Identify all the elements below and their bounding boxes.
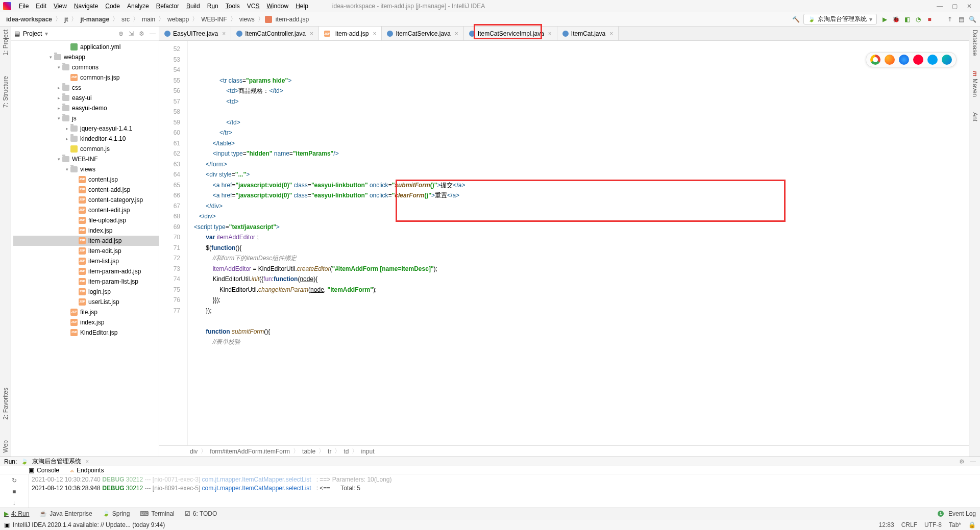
code-line[interactable]: </td> bbox=[188, 117, 969, 128]
tree-item[interactable]: KindEditor.jsp bbox=[13, 327, 159, 338]
tree-item[interactable]: item-edit.jsp bbox=[13, 246, 159, 256]
event-log-tab[interactable]: 1Event Log bbox=[938, 510, 976, 517]
tree-item[interactable]: content-edit.jsp bbox=[13, 205, 159, 215]
crumb[interactable]: webapp bbox=[165, 16, 191, 23]
encoding[interactable]: UTF-8 bbox=[924, 521, 942, 528]
firefox-icon[interactable] bbox=[885, 55, 895, 65]
tool-favorites[interactable]: 2: Favorites bbox=[2, 388, 9, 420]
run-tool-tab[interactable]: ▶4: Run bbox=[4, 510, 29, 517]
close-icon[interactable]: × bbox=[455, 30, 458, 37]
opera-icon[interactable] bbox=[913, 55, 923, 65]
crumb[interactable]: src bbox=[119, 16, 132, 23]
tree-item[interactable]: common-js.jsp bbox=[13, 72, 159, 83]
tree-item[interactable]: file-upload.jsp bbox=[13, 215, 159, 225]
menu-build[interactable]: Build bbox=[183, 3, 204, 10]
tree-item[interactable]: content-add.jsp bbox=[13, 185, 159, 195]
menu-run[interactable]: Run bbox=[204, 3, 222, 10]
tree-item[interactable]: item-param-add.jsp bbox=[13, 266, 159, 276]
close-icon[interactable]: × bbox=[222, 30, 226, 37]
code-line[interactable]: <td>商品规格：</td> bbox=[188, 86, 969, 96]
code-line[interactable]: itemAddEditor = KindEditorUtil.createEdi… bbox=[188, 264, 969, 274]
gear-icon[interactable]: ⚙ bbox=[139, 30, 144, 37]
run-config-dropdown[interactable]: 🍃 京淘后台管理系统 ▾ bbox=[803, 14, 877, 24]
hide-icon[interactable]: ― bbox=[970, 458, 976, 465]
tool-database[interactable]: Database bbox=[971, 30, 978, 56]
console-output[interactable]: 2021-00-12 10:30:20.740 DEBUG 30212 --- … bbox=[29, 474, 980, 508]
code-line[interactable]: </tr> bbox=[188, 128, 969, 138]
project-header-label[interactable]: Project bbox=[23, 30, 42, 37]
code-line[interactable]: <a href="javascript:void(0)" class="easy… bbox=[188, 190, 969, 201]
menu-edit[interactable]: Edit bbox=[32, 3, 50, 10]
tree-item[interactable]: ▾commons bbox=[13, 62, 159, 72]
menu-code[interactable]: Code bbox=[102, 3, 124, 10]
lock-icon[interactable]: 🔒 bbox=[968, 521, 976, 528]
tree-item[interactable]: file.jsp bbox=[13, 307, 159, 317]
windows-icon[interactable]: ▣ bbox=[4, 521, 10, 528]
chrome-icon[interactable] bbox=[870, 55, 880, 65]
menu-help[interactable]: Help bbox=[292, 3, 312, 10]
editor-breadcrumb[interactable]: div〉form#itemAddForm.itemForm〉table〉tr〉t… bbox=[159, 445, 969, 457]
tree-item[interactable]: content-category.jsp bbox=[13, 195, 159, 205]
code-line[interactable]: <input type="hidden" name="itemParams"/> bbox=[188, 148, 969, 159]
project-structure-icon[interactable]: ▤ bbox=[958, 16, 965, 23]
tree-item[interactable]: item-add.jsp bbox=[13, 236, 159, 246]
code-line[interactable]: </table> bbox=[188, 138, 969, 149]
tree-item[interactable]: userList.jsp bbox=[13, 297, 159, 307]
safari-icon[interactable] bbox=[899, 55, 909, 65]
menu-refactor[interactable]: Refactor bbox=[153, 3, 183, 10]
down-icon[interactable]: ↓ bbox=[10, 498, 19, 508]
code-line[interactable]: <script type="text/javascript"> bbox=[188, 222, 969, 233]
code-line[interactable]: //和form下的itemDesc组件绑定 bbox=[188, 253, 969, 264]
editor-tab[interactable]: ItemCatService.java× bbox=[382, 27, 463, 40]
tree-item[interactable]: ▸css bbox=[13, 83, 159, 93]
tree-item[interactable]: ▾webapp bbox=[13, 52, 159, 62]
crumb[interactable]: main bbox=[140, 16, 157, 23]
tool-maven[interactable]: mMaven bbox=[971, 71, 978, 97]
vcs-icon[interactable]: ⤒ bbox=[946, 16, 953, 23]
tree-item[interactable]: common.js bbox=[13, 144, 159, 154]
eol[interactable]: CRLF bbox=[901, 521, 917, 528]
tree-item[interactable]: item-param-list.jsp bbox=[13, 276, 159, 287]
tree-item[interactable]: ▾views bbox=[13, 164, 159, 174]
code-line[interactable]: </form> bbox=[188, 159, 969, 170]
close-icon[interactable]: × bbox=[85, 458, 89, 465]
code-area[interactable]: <tr class="params hide"> <td>商品规格：</td> … bbox=[188, 41, 969, 445]
coverage-icon[interactable]: ◧ bbox=[903, 16, 911, 23]
breadcrumb-item[interactable]: div bbox=[190, 448, 198, 455]
tree-item[interactable]: ▸kindeditor-4.1.10 bbox=[13, 134, 159, 144]
crumb[interactable]: jt-manage bbox=[78, 16, 111, 23]
close-icon[interactable]: × bbox=[548, 30, 552, 37]
java-ent-tab[interactable]: ☕Java Enterprise bbox=[39, 510, 92, 517]
menu-vcs[interactable]: VCS bbox=[243, 3, 263, 10]
code-line[interactable]: }}); bbox=[188, 295, 969, 306]
caret-pos[interactable]: 12:83 bbox=[879, 521, 894, 528]
stop-icon[interactable]: ■ bbox=[926, 16, 933, 23]
editor-tab[interactable]: item-add.jsp× bbox=[319, 27, 382, 40]
hide-icon[interactable]: ― bbox=[150, 30, 156, 37]
code-line[interactable]: <div style="..."> bbox=[188, 169, 969, 180]
code-line[interactable]: KindEditorUtil.changeItemParam(node, "it… bbox=[188, 285, 969, 295]
close-icon[interactable]: × bbox=[373, 30, 376, 37]
close-icon[interactable]: × bbox=[609, 30, 613, 37]
code-line[interactable]: </div> bbox=[188, 211, 969, 222]
run-icon[interactable]: ▶ bbox=[881, 16, 888, 23]
menu-navigate[interactable]: Navigate bbox=[70, 3, 102, 10]
code-line[interactable]: </div> bbox=[188, 201, 969, 212]
tree-item[interactable]: item-list.jsp bbox=[13, 256, 159, 266]
menu-window[interactable]: Window bbox=[263, 3, 292, 10]
spring-tab[interactable]: 🍃Spring bbox=[103, 510, 130, 517]
breadcrumb-item[interactable]: table bbox=[302, 448, 315, 455]
crumb[interactable]: item-add.jsp bbox=[274, 16, 311, 23]
expand-icon[interactable]: ⇲ bbox=[129, 30, 134, 37]
tree-item[interactable]: index.jsp bbox=[13, 317, 159, 327]
gear-icon[interactable]: ⚙ bbox=[959, 458, 965, 465]
editor-tab[interactable]: ItemCatController.java× bbox=[231, 27, 319, 40]
menu-tools[interactable]: Tools bbox=[222, 3, 243, 10]
menu-analyze[interactable]: Analyze bbox=[124, 3, 153, 10]
tree-item[interactable]: login.jsp bbox=[13, 287, 159, 297]
code-line[interactable]: //表单校验 bbox=[188, 337, 969, 347]
todo-tab[interactable]: ☑6: TODO bbox=[185, 510, 217, 517]
code-line[interactable] bbox=[188, 107, 969, 117]
tool-ant[interactable]: Ant bbox=[971, 112, 978, 121]
tree-item[interactable]: ▾js bbox=[13, 113, 159, 123]
